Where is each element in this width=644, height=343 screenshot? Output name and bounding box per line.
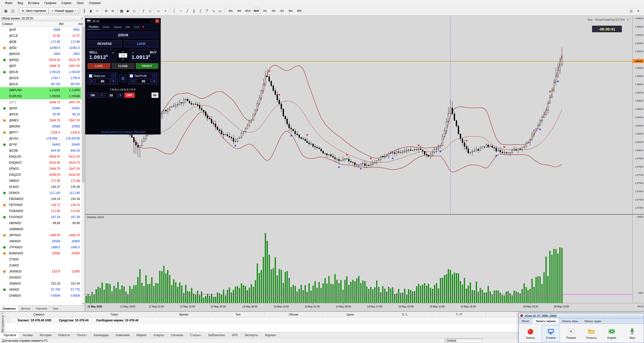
market-watch-row[interactable]: @ENQ9324.509324.75 [0,57,81,63]
dock-tab-7[interactable]: Маркет [133,332,150,338]
market-watch-tab-2[interactable]: Торговля [33,305,50,311]
menu-item-6[interactable]: Справка [86,1,103,6]
dock-tab-12[interactable]: VPS [228,332,241,338]
expert-smiley-icon[interactable]: ☺ [626,18,629,21]
wave-icon[interactable]: ~ [111,74,116,78]
takeprofit-plus-button[interactable]: + [151,79,157,83]
ocam-codecs-button[interactable]: Кодеки [603,325,621,342]
price-pane[interactable]: 1.096451.095451.094451.093451.092451.091… [85,16,644,215]
dock-tab-14[interactable]: Журнал [262,332,279,338]
channel-icon[interactable]: ∥ [191,8,197,14]
status-profile[interactable]: Default [445,339,483,343]
market-watch-row[interactable]: HEM2057.70057.775 [0,287,81,293]
trendline-icon[interactable]: ╱ [184,8,191,14]
buy-button[interactable]: ▲ BUY 1.09130 [130,49,158,61]
market-watch-row[interactable]: @AP55895591 [0,27,81,33]
timeframe-h4[interactable]: H4 [270,8,278,14]
dock-tab-8[interactable]: Алерты [150,332,168,338]
text-icon[interactable]: T [204,8,210,14]
market-watch-row[interactable]: DBM20172.85172.86 [0,178,81,184]
ocam-sound-button[interactable]: Звук [623,325,641,342]
market-watch-row[interactable]: JMTM201489.501489.75 [0,232,81,238]
zoom-out-icon[interactable]: ⊖ [110,8,116,14]
objects-list-icon[interactable]: ◇ [147,8,153,14]
market-watch-tab-0[interactable]: Символы [0,305,18,311]
menu-item-4[interactable]: Сервис [59,1,74,6]
close-icon[interactable]: × [2,312,3,315]
dock-tab-5[interactable]: Календарь [90,332,113,338]
dock-tab-3[interactable]: Новости [55,332,73,338]
layouts-icon[interactable]: ≡ [635,8,641,14]
market-watch-row[interactable]: @DD11060.511061.5 [0,45,81,51]
volume-chart[interactable] [85,215,632,303]
market-watch-row[interactable]: ENQZ209289.009316.50 [0,172,81,178]
market-watch-row[interactable]: FBTPM20139.72139.74 [0,202,81,208]
market-watch-row[interactable]: FOATM20167.34167.35 [0,214,81,220]
scroll-down-icon[interactable]: ▼ [82,302,85,305]
dock-tab-6[interactable]: Компания [113,332,133,338]
menu-item-5[interactable]: Окно [74,1,86,6]
vertical-line-icon[interactable]: │ [171,8,178,14]
ocam-tab-1[interactable]: Запись экрана [533,318,559,324]
timeframe-h1[interactable]: H1 [261,8,269,14]
market-watch-row[interactable]: @CLE32.5532.57 [0,33,81,39]
new-order-button[interactable]: + Новый ордер ▾ [49,8,79,14]
trailing-value[interactable]: 20 [106,93,117,98]
market-watch-row[interactable]: EURUSD1.090631.09068 [0,93,81,99]
tile-windows-icon[interactable]: ▦ [118,8,125,14]
tradepad-tab-position[interactable]: Position [87,24,100,29]
market-watch-tab-1[interactable]: Детали [18,305,33,311]
stoploss-plus-button[interactable]: + [111,79,116,83]
ocam-tab-3[interactable]: Запись аудио [581,318,605,324]
market-watch-row[interactable]: ZUM20 [0,262,81,268]
trailing-minus-button[interactable]: − [99,93,105,97]
cursor-icon[interactable]: ▻ [156,8,162,14]
ocam-titlebar[interactable]: oCam (0, 27, 2556, 1362) [519,313,644,318]
reverse-button[interactable]: REVERSE [87,40,122,47]
time-axis[interactable]: 80.00 11 May 202011 May 18:0012 May 03:0… [85,303,644,311]
tradepad-tab-signal[interactable]: Signal [112,25,123,29]
minimize-icon[interactable]: — [150,20,154,23]
dock-tab-10[interactable]: Статьи1 [187,332,205,338]
menu-item-3[interactable]: Графики [42,1,59,6]
spread-down-icon[interactable]: ▼ [122,58,124,61]
market-watch-row[interactable]: @MES2946.752947.00 [0,117,81,123]
market-watch-row[interactable]: EPM202946.752947.00 [0,166,81,172]
market-watch-row[interactable]: @bDSX29002901 [0,51,81,57]
candles-chart-icon[interactable]: ▮ [88,8,94,14]
line-chart-icon[interactable]: ≈ [94,8,101,14]
market-watch-row[interactable]: FGBXM20212.80212.84 [0,208,81,214]
tradepad-tab-order[interactable]: Order [101,25,111,29]
close-position-button[interactable]: CLOSE [112,63,135,69]
market-watch-row[interactable]: JGBMM20 [0,226,81,232]
dock-tab-2[interactable]: История [37,332,55,338]
dock-tab-11[interactable]: Библиотека [205,332,228,338]
market-watch-tab-3[interactable]: Тики [50,305,61,311]
market-watch-row[interactable]: @RTY1326.31326.5 [0,129,81,135]
takeprofit-value[interactable]: 45 [136,79,150,83]
trailing-on-button[interactable]: ON [87,92,98,98]
stoploss-minus-button[interactable]: − [89,79,94,83]
market-watch-scrollbar[interactable]: ▼ [81,27,85,305]
timeframe-mn[interactable]: MN [295,8,303,14]
takeprofit-checkbox[interactable]: ✓ [130,74,133,78]
stoploss-value[interactable]: 80 [95,79,110,83]
close-icon[interactable]: × [81,16,83,20]
lock-button[interactable]: LOCK [124,40,158,47]
profiles-icon[interactable]: ◫ [10,8,16,14]
market-watch-row[interactable]: MJNKM202058520595 [0,250,81,256]
auto-scroll-icon[interactable]: ▶ [125,8,132,14]
horizontal-line-icon[interactable]: ─ [178,8,184,14]
market-watch-row[interactable]: @MJNK2058520595 [0,123,81,129]
ocam-resize-button[interactable]: Размер [562,325,580,342]
market-watch-row[interactable]: DA6M200.65060.6508 [0,293,81,299]
market-watch-row[interactable]: GBPUSD1.218911.21905 [0,87,81,93]
market-watch-row[interactable]: ENQM209324.509324.75 [0,160,81,166]
breakeven-button[interactable]: BE [151,92,158,98]
ocam-record-button[interactable]: Запись [521,325,540,342]
market-watch-row[interactable]: @ES2946.752947.00 [0,99,81,105]
stoploss-checkbox[interactable]: ✓ [89,74,92,78]
market-watch-row[interactable]: ZTM20 [0,256,81,262]
sell-button[interactable]: SELL ▲ 1.09125 [87,49,116,61]
market-watch-row[interactable]: @USA178.906…178.93750 [0,135,81,142]
